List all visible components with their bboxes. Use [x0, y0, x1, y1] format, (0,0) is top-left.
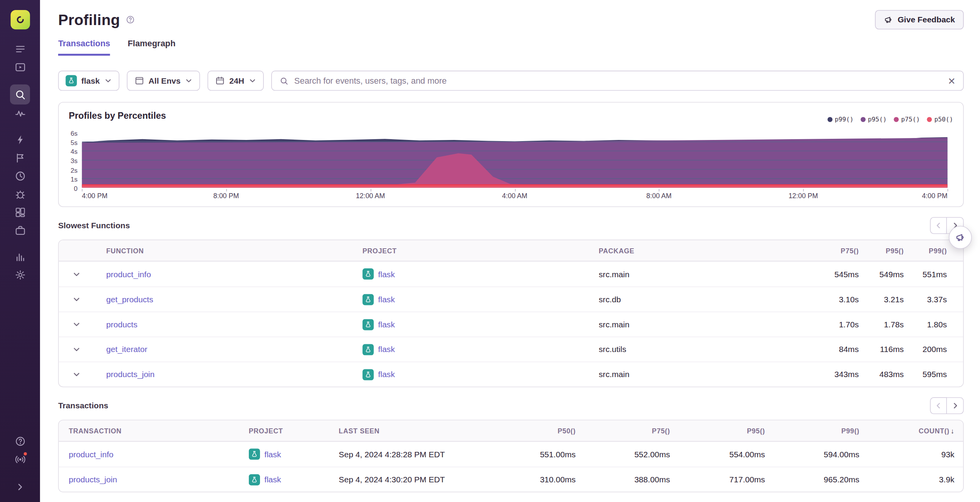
- column-header[interactable]: FUNCTION: [94, 247, 362, 254]
- column-header[interactable]: LAST SEEN: [339, 427, 482, 434]
- x-axis: 4:00 PM8:00 PM12:00 AM4:00 AM8:00 AM12:0…: [82, 189, 948, 200]
- bug-icon[interactable]: [10, 185, 30, 203]
- function-link[interactable]: products_join: [106, 370, 154, 379]
- column-header[interactable]: COUNT()↓: [859, 427, 963, 434]
- expand-row-button[interactable]: [72, 320, 80, 328]
- grid-icon[interactable]: [10, 203, 30, 221]
- next-page-button[interactable]: [947, 397, 964, 414]
- column-header[interactable]: PACKAGE: [599, 247, 814, 254]
- project-link[interactable]: flask: [378, 320, 395, 329]
- slowest-function-row: get_iteratorflasksrc.utils84ms116ms200ms: [59, 337, 963, 362]
- p99-cell: 200ms: [904, 345, 963, 354]
- megaphone-icon: [884, 15, 893, 24]
- column-header[interactable]: P50(): [482, 427, 576, 434]
- pulse-icon[interactable]: [10, 104, 30, 123]
- chart-legend: p99()p95()p75()p50(): [827, 116, 953, 123]
- p99-cell: 965.20ms: [765, 475, 859, 484]
- clock-icon[interactable]: [10, 167, 30, 185]
- calendar-icon: [215, 76, 225, 86]
- expand-row-button[interactable]: [72, 295, 80, 303]
- column-header[interactable]: P95(): [859, 247, 904, 254]
- transaction-link[interactable]: product_info: [69, 450, 113, 459]
- lightning-icon[interactable]: [10, 131, 30, 149]
- p99-cell: 1.80s: [904, 320, 963, 329]
- legend-item[interactable]: p75(): [894, 116, 920, 123]
- project-link[interactable]: flask: [264, 450, 281, 459]
- date-range-filter-label: 24H: [229, 76, 244, 85]
- bar-chart-icon[interactable]: [10, 248, 30, 266]
- y-tick-label: 1s: [70, 175, 77, 183]
- date-range-filter-button[interactable]: 24H: [208, 71, 264, 91]
- search-input[interactable]: [294, 76, 942, 85]
- function-link[interactable]: products: [106, 320, 138, 329]
- expand-row-button[interactable]: [72, 370, 80, 378]
- column-header[interactable]: PROJECT: [249, 427, 339, 434]
- y-tick-label: 5s: [70, 139, 77, 146]
- broadcast-icon[interactable]: [10, 450, 30, 468]
- project-link[interactable]: flask: [378, 295, 395, 304]
- give-feedback-button[interactable]: Give Feedback: [875, 10, 964, 29]
- flask-project-icon: [249, 448, 260, 460]
- package-cell: src.main: [599, 269, 814, 278]
- p95-cell: 717.00ms: [670, 475, 765, 484]
- clear-icon[interactable]: ✕: [948, 76, 955, 85]
- sentry-logo[interactable]: [10, 10, 30, 29]
- flask-project-icon: [65, 75, 77, 86]
- legend-dot: [827, 117, 832, 122]
- y-tick-label: 4s: [70, 148, 77, 155]
- search-icon[interactable]: [10, 84, 30, 104]
- prev-page-button[interactable]: [930, 217, 947, 234]
- chevron-down-icon: [248, 77, 256, 84]
- list-icon[interactable]: [10, 40, 30, 58]
- expand-row-button[interactable]: [72, 345, 80, 354]
- help-icon[interactable]: [10, 432, 30, 450]
- main-content: Profiling Give Feedback Transactions Fla…: [40, 0, 980, 502]
- play-window-icon[interactable]: [10, 58, 30, 76]
- help-circle-icon[interactable]: [126, 15, 135, 24]
- function-link[interactable]: get_iterator: [106, 345, 148, 354]
- legend-item[interactable]: p50(): [927, 116, 953, 123]
- expand-row-button[interactable]: [72, 270, 80, 278]
- project-filter-button[interactable]: flask: [58, 71, 119, 91]
- chart-title: Profiles by Percentiles: [69, 111, 166, 121]
- transaction-link[interactable]: products_join: [69, 475, 117, 484]
- project-link[interactable]: flask: [378, 345, 395, 354]
- p99-cell: 595ms: [904, 370, 963, 379]
- legend-item[interactable]: p99(): [827, 116, 853, 123]
- percentiles-chart[interactable]: [82, 133, 948, 188]
- gear-icon[interactable]: [10, 266, 30, 284]
- count-cell: 3.9k: [859, 475, 963, 484]
- project-link[interactable]: flask: [378, 269, 395, 278]
- y-tick-label: 3s: [70, 157, 77, 164]
- table-header-row: TRANSACTIONPROJECTLAST SEENP50()P75()P95…: [59, 420, 963, 441]
- tab-transactions[interactable]: Transactions: [58, 39, 110, 56]
- project-link[interactable]: flask: [378, 370, 395, 379]
- p75-cell: 545ms: [814, 269, 859, 278]
- column-header[interactable]: P95(): [670, 427, 765, 434]
- function-link[interactable]: product_info: [106, 269, 151, 278]
- column-header[interactable]: P75(): [576, 427, 670, 434]
- filter-bar: flask All Envs 24H ✕: [58, 71, 964, 91]
- column-header[interactable]: P99(): [904, 247, 963, 254]
- x-tick-label: 12:00 PM: [789, 192, 818, 199]
- p95-cell: 549ms: [859, 269, 904, 278]
- legend-item[interactable]: p95(): [861, 116, 887, 123]
- flag-icon[interactable]: [10, 149, 30, 167]
- project-link[interactable]: flask: [264, 475, 281, 484]
- column-header[interactable]: TRANSACTION: [59, 427, 249, 434]
- tab-flamegraph[interactable]: Flamegraph: [128, 39, 175, 56]
- project-filter-label: flask: [81, 76, 100, 85]
- function-link[interactable]: get_products: [106, 295, 153, 304]
- environment-filter-button[interactable]: All Envs: [127, 71, 200, 91]
- column-header[interactable]: P75(): [814, 247, 859, 254]
- page-header: Profiling Give Feedback: [58, 0, 964, 29]
- column-header[interactable]: PROJECT: [362, 247, 599, 254]
- megaphone-icon: [955, 232, 966, 243]
- column-header[interactable]: P99(): [765, 427, 859, 434]
- prev-page-button[interactable]: [930, 397, 947, 414]
- briefcase-icon[interactable]: [10, 221, 30, 239]
- feedback-widget-button[interactable]: [949, 226, 972, 249]
- expand-chevron-icon[interactable]: [10, 478, 30, 496]
- p75-cell: 343ms: [814, 370, 859, 379]
- package-cell: src.utils: [599, 345, 814, 354]
